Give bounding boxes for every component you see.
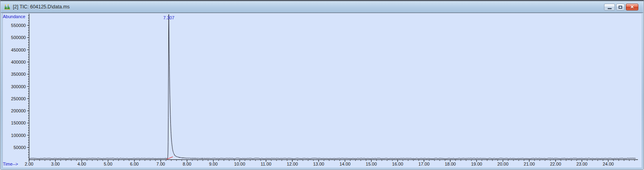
- tic-chromatogram-window: [2] TIC: 604125.D\data.ms ✕ 2.003.004.00…: [0, 0, 644, 170]
- y-tick-label: 500000: [11, 35, 26, 40]
- x-tick-label: 18.00: [445, 162, 456, 166]
- x-tick-label: 16.00: [392, 162, 403, 166]
- x-tick-label: 10.00: [234, 162, 245, 166]
- x-tick-label: 4.00: [78, 162, 86, 166]
- y-tick-label: 100000: [11, 133, 26, 138]
- x-tick-label: 2.00: [25, 162, 33, 166]
- y-tick-label: 200000: [11, 108, 26, 113]
- y-tick-label: 550000: [11, 23, 26, 28]
- window-controls: ✕: [604, 4, 638, 10]
- chromatogram-plot[interactable]: 2.003.004.005.006.007.008.009.0010.0011.…: [2, 13, 642, 168]
- window-title: [2] TIC: 604125.D\data.ms: [13, 4, 70, 10]
- x-tick-label: 7.00: [156, 162, 165, 166]
- peak-label: 7.307: [163, 15, 174, 20]
- x-tick-label: 11.00: [260, 162, 271, 166]
- x-tick-label: 23.00: [576, 162, 587, 166]
- x-tick-label: 22.00: [550, 162, 561, 166]
- x-tick-label: 5.00: [104, 162, 112, 166]
- x-tick-label: 9.00: [209, 162, 218, 166]
- y-tick-label: 250000: [11, 96, 26, 101]
- tic-trace: [29, 15, 636, 159]
- maximize-button[interactable]: [616, 4, 625, 10]
- close-button[interactable]: ✕: [626, 4, 638, 10]
- y-tick-label: 400000: [11, 60, 26, 64]
- x-tick-label: 19.00: [471, 162, 482, 166]
- x-tick-label: 3.00: [51, 162, 59, 166]
- x-tick-label: 8.00: [183, 162, 191, 166]
- x-tick-label: 17.00: [418, 162, 430, 166]
- y-tick-label: 350000: [11, 72, 26, 77]
- x-tick-label: 13.00: [313, 162, 324, 166]
- y-tick-label: 450000: [11, 48, 26, 52]
- x-tick-label: 20.00: [497, 162, 509, 166]
- titlebar[interactable]: [2] TIC: 604125.D\data.ms ✕: [1, 1, 643, 13]
- x-tick-label: 15.00: [366, 162, 377, 166]
- chromatogram-svg[interactable]: 2.003.004.005.006.007.008.009.0010.0011.…: [2, 13, 642, 168]
- x-axis-caption: Time-->: [3, 162, 18, 166]
- x-tick-label: 14.00: [340, 162, 351, 166]
- x-tick-label: 24.00: [603, 162, 614, 166]
- x-tick-label: 12.00: [287, 162, 298, 166]
- chromatogram-peaks-icon: [4, 4, 10, 10]
- y-axis-caption: Abundance: [3, 14, 25, 19]
- minimize-button[interactable]: [604, 4, 615, 10]
- x-tick-label: 21.00: [524, 162, 535, 166]
- close-icon: ✕: [630, 5, 634, 9]
- y-tick-label: 300000: [11, 84, 26, 89]
- maximize-icon: [619, 6, 622, 9]
- y-tick-label: 150000: [11, 120, 26, 125]
- minimize-icon: [608, 8, 612, 9]
- x-tick-label: 6.00: [130, 162, 138, 166]
- y-tick-label: 50000: [13, 145, 26, 150]
